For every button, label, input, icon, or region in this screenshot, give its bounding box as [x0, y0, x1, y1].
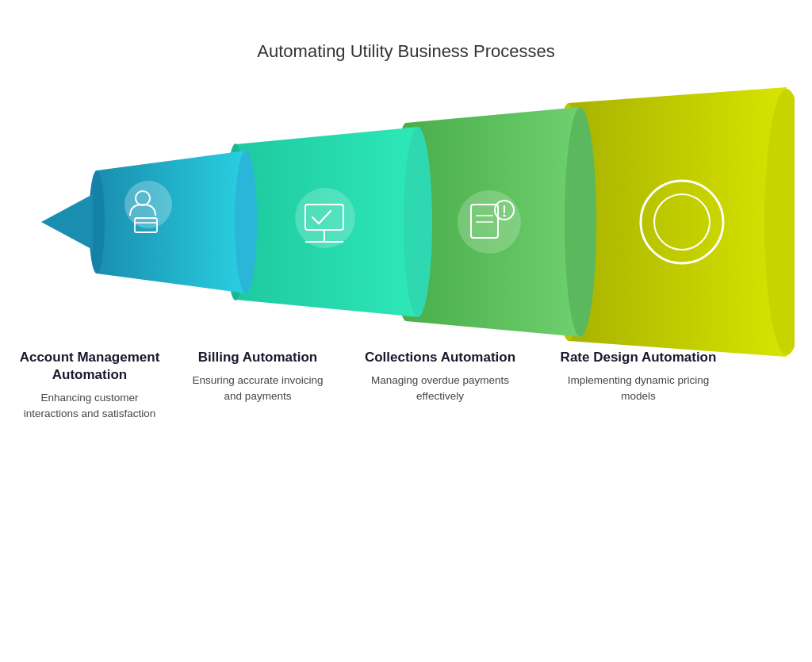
billing-right-cap: [404, 127, 432, 317]
account-title: Account Management Automation: [14, 349, 165, 384]
collections-title: Collections Automation: [357, 349, 523, 366]
arrow-pointer: [41, 194, 93, 250]
rate-label-block: Rate Design Automation Implementing dyna…: [555, 349, 722, 405]
account-right-cap: [235, 151, 257, 293]
rate-segment: [569, 87, 787, 357]
account-desc: Enhancing customer interactions and sati…: [14, 390, 165, 423]
billing-desc: Ensuring accurate invoicing and payments: [182, 373, 333, 405]
account-label-block: Account Management Automation Enhancing …: [14, 349, 165, 423]
rate-title: Rate Design Automation: [555, 349, 722, 366]
collections-desc: Managing overdue payments effectively: [357, 373, 523, 405]
diagram-area: Account Management Automation Enhancing …: [0, 87, 812, 499]
billing-title: Billing Automation: [182, 349, 333, 366]
page-title: Automating Utility Business Processes: [0, 41, 812, 62]
collections-label-block: Collections Automation Managing overdue …: [357, 349, 523, 405]
rate-desc: Implementing dynamic pricing models: [555, 373, 722, 405]
page-container: Automating Utility Business Processes: [0, 0, 812, 662]
funnel-svg: [17, 87, 795, 357]
billing-label-block: Billing Automation Ensuring accurate inv…: [182, 349, 333, 405]
coll-right-cap: [565, 107, 596, 337]
account-segment: [97, 151, 246, 293]
exclamation-dot: [504, 215, 506, 217]
